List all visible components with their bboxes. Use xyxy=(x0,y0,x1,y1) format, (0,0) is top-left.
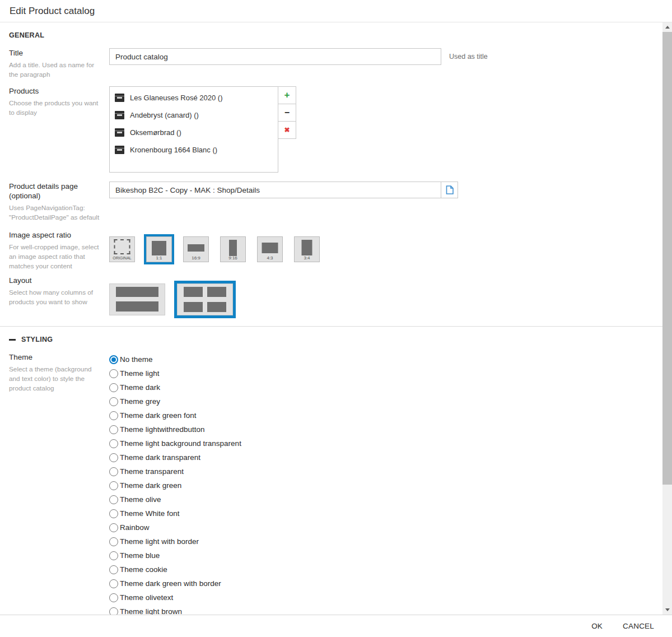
title-label: Title xyxy=(9,48,100,58)
aspect-option-9-16[interactable]: 9:16 xyxy=(220,236,246,262)
aspect-option-4-3[interactable]: 4:3 xyxy=(257,236,283,262)
aspect-option-original[interactable]: ORIGINAL xyxy=(109,236,135,262)
plus-icon: + xyxy=(284,90,290,101)
vertical-scrollbar[interactable] xyxy=(662,22,672,615)
radio-icon[interactable] xyxy=(109,467,118,476)
scroll-down-arrow-icon[interactable] xyxy=(662,605,672,615)
aspect-shape-9-16 xyxy=(229,240,237,256)
radio-icon[interactable] xyxy=(109,383,118,392)
layout-option-one-column[interactable] xyxy=(109,283,165,315)
radio-icon[interactable] xyxy=(109,495,118,504)
remove-product-button[interactable]: − xyxy=(278,104,296,122)
theme-option-theme-dark[interactable]: Theme dark xyxy=(109,380,662,394)
products-label: Products xyxy=(9,86,100,96)
radio-icon[interactable] xyxy=(109,537,118,546)
x-icon: ✖ xyxy=(284,126,290,134)
collapse-icon[interactable] xyxy=(9,339,16,341)
minus-icon: − xyxy=(284,108,290,118)
dialog-content: GENERAL Title Add a title. Used as name … xyxy=(0,22,662,615)
aspect-shape-16-9 xyxy=(188,244,204,252)
cancel-button[interactable]: CANCEL xyxy=(623,622,654,630)
aspect-shape-original xyxy=(114,239,130,254)
products-help: Choose the products you want to display xyxy=(9,99,100,118)
aspect-option-3-4[interactable]: 3:4 xyxy=(294,236,320,262)
products-listbox[interactable]: Les Glaneuses Rosé 2020 () Andebryst (ca… xyxy=(109,86,278,173)
layout-help: Select how many columns of products you … xyxy=(9,288,100,307)
scroll-up-arrow-icon[interactable] xyxy=(662,22,672,32)
title-help: Add a title. Used as name for the paragr… xyxy=(9,61,100,80)
radio-icon[interactable] xyxy=(109,425,118,434)
radio-icon[interactable] xyxy=(109,369,118,378)
theme-option-theme-transparent[interactable]: Theme transparent xyxy=(109,464,662,478)
radio-icon[interactable] xyxy=(109,593,118,602)
radio-icon[interactable] xyxy=(109,579,118,588)
product-box-icon xyxy=(115,128,124,137)
theme-options: No theme Theme light Theme dark Theme gr… xyxy=(109,352,662,615)
theme-option-theme-light[interactable]: Theme light xyxy=(109,366,662,380)
theme-help: Select a theme (background and text colo… xyxy=(9,365,100,393)
theme-option-rainbow[interactable]: Rainbow xyxy=(109,520,662,534)
aspect-ratio-label: Image aspect ratio xyxy=(9,230,100,240)
details-page-row: Product details page (optional) Uses Pag… xyxy=(9,182,662,222)
theme-option-theme-blue[interactable]: Theme blue xyxy=(109,548,662,562)
select-page-button[interactable] xyxy=(441,182,458,198)
dialog-header: Edit Product catalog xyxy=(0,0,672,22)
radio-icon[interactable] xyxy=(109,397,118,406)
product-box-icon xyxy=(115,111,124,119)
scrollbar-thumb[interactable] xyxy=(662,32,672,485)
dialog-title: Edit Product catalog xyxy=(10,6,95,17)
add-product-button[interactable]: + xyxy=(278,86,296,104)
radio-icon[interactable] xyxy=(109,607,118,615)
product-item[interactable]: Oksemørbrad () xyxy=(110,124,278,141)
theme-option-theme-lightwithredbutton[interactable]: Theme lightwithredbutton xyxy=(109,422,662,436)
theme-option-no-theme[interactable]: No theme xyxy=(109,352,662,366)
theme-option-theme-light-brown[interactable]: Theme light brown xyxy=(109,605,662,615)
section-general: GENERAL xyxy=(9,31,662,39)
theme-option-theme-olive[interactable]: Theme olive xyxy=(109,492,662,506)
radio-icon[interactable] xyxy=(109,509,118,518)
theme-option-theme-dark-green-font[interactable]: Theme dark green font xyxy=(109,408,662,422)
radio-icon[interactable] xyxy=(109,411,118,420)
section-styling[interactable]: STYLING xyxy=(9,336,662,343)
theme-option-theme-white-font[interactable]: Theme White font xyxy=(109,506,662,520)
layout-label: Layout xyxy=(9,276,100,285)
product-item[interactable]: Les Glaneuses Rosé 2020 () xyxy=(110,89,278,106)
theme-option-theme-grey[interactable]: Theme grey xyxy=(109,394,662,408)
radio-icon[interactable] xyxy=(109,565,118,574)
product-item-label: Les Glaneuses Rosé 2020 () xyxy=(130,94,222,102)
product-item-label: Oksemørbrad () xyxy=(130,128,181,137)
theme-option-theme-light-with-border[interactable]: Theme light with border xyxy=(109,534,662,548)
theme-option-theme-dark-transparent[interactable]: Theme dark transparent xyxy=(109,450,662,464)
radio-icon[interactable] xyxy=(109,551,118,560)
radio-icon[interactable] xyxy=(109,523,118,532)
aspect-ratio-help: For well-cropped image, select an image … xyxy=(9,243,100,271)
theme-row: Theme Select a theme (background and tex… xyxy=(9,352,662,615)
aspect-shape-4-3 xyxy=(262,243,278,253)
title-input[interactable] xyxy=(109,48,441,65)
general-heading: GENERAL xyxy=(9,31,44,39)
theme-option-theme-dark-green[interactable]: Theme dark green xyxy=(109,478,662,492)
theme-option-theme-cookie[interactable]: Theme cookie xyxy=(109,562,662,576)
radio-icon[interactable] xyxy=(109,439,118,448)
theme-option-theme-olivetext[interactable]: Theme olivetext xyxy=(109,590,662,605)
theme-option-theme-light-background-transparent[interactable]: Theme light background transparent xyxy=(109,436,662,450)
details-page-help: Uses PageNavigationTag: "ProductDetailPa… xyxy=(9,203,100,222)
product-item[interactable]: Kronenbourg 1664 Blanc () xyxy=(110,141,278,159)
details-page-input[interactable] xyxy=(109,182,441,198)
radio-icon[interactable] xyxy=(109,355,118,364)
radio-icon[interactable] xyxy=(109,453,118,462)
delete-product-button[interactable]: ✖ xyxy=(278,121,296,139)
product-item[interactable]: Andebryst (canard) () xyxy=(110,106,278,124)
document-icon xyxy=(446,185,454,194)
theme-option-theme-dark-green-with-border[interactable]: Theme dark green with border xyxy=(109,576,662,590)
layout-bar xyxy=(116,301,158,311)
radio-icon[interactable] xyxy=(109,481,118,490)
aspect-option-16-9[interactable]: 16:9 xyxy=(183,236,209,262)
products-buttons: + − ✖ xyxy=(278,86,296,139)
section-divider xyxy=(0,326,662,327)
layout-options xyxy=(109,280,662,318)
aspect-ratio-row: Image aspect ratio For well-cropped imag… xyxy=(9,230,662,271)
aspect-option-1-1[interactable]: 1:1 xyxy=(146,236,172,262)
ok-button[interactable]: OK xyxy=(591,622,603,630)
layout-option-two-columns[interactable] xyxy=(177,283,233,315)
